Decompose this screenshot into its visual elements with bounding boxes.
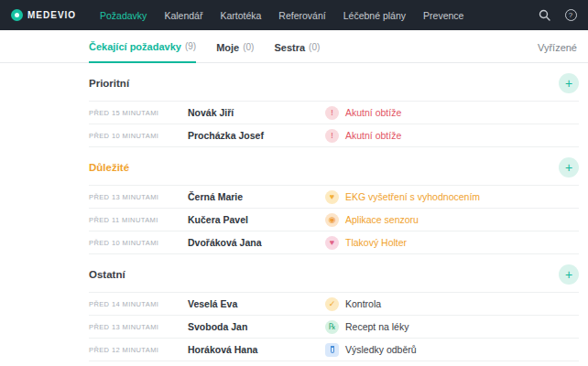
section-ostatni: Ostatní + PŘED 14 MINUTAMI Veselá Eva ✓ … xyxy=(89,254,579,366)
request-row[interactable]: PŘED 13 MINUTAMI Černá Marie ♥ EKG vyšet… xyxy=(89,185,579,208)
patient-name: Svoboda Jan xyxy=(188,321,325,332)
patient-name: Dvořáková Jana xyxy=(188,237,325,248)
tab-resolved[interactable]: Vyřízené xyxy=(538,42,577,62)
main-nav: PožadavkyKalendářKartotékaReferováníLéče… xyxy=(100,2,463,29)
request-type: ! Akutní obtíže xyxy=(325,106,579,120)
brand-name: MEDEVIO xyxy=(27,10,76,20)
nav-item-pozadavky[interactable]: Požadavky xyxy=(100,2,147,29)
holter-icon: ♥ xyxy=(325,236,339,250)
nav-item-kalendar[interactable]: Kalendář xyxy=(164,2,202,29)
nav-item-kartoteka[interactable]: Kartotéka xyxy=(220,2,261,29)
request-type: ✓ Kontrola xyxy=(325,297,579,311)
request-row[interactable]: PŘED 10 MINUTAMI Dvořáková Jana ♥ Tlakov… xyxy=(89,231,579,253)
rx-icon: ℞ xyxy=(325,320,339,334)
patient-name: Procházka Josef xyxy=(188,130,325,141)
section-header: Důležité + xyxy=(89,147,579,185)
help-icon[interactable]: ? xyxy=(564,9,577,22)
section-header: Ostatní + xyxy=(89,254,579,292)
request-type-label: Akutní obtíže xyxy=(345,130,401,141)
section-title: Prioritní xyxy=(89,78,129,89)
test-tube-shape xyxy=(331,346,334,353)
section-rows: PŘED 15 MINUTAMI Novák Jiří ! Akutní obt… xyxy=(89,101,579,146)
row-timestamp: PŘED 11 MINUTAMI xyxy=(89,216,188,224)
row-timestamp: PŘED 10 MINUTAMI xyxy=(89,239,188,247)
tab-sestra[interactable]: Sestra(0) xyxy=(274,42,320,62)
nav-item-referovani[interactable]: Referování xyxy=(278,2,325,29)
request-row[interactable]: PŘED 15 MINUTAMI Novák Jiří ! Akutní obt… xyxy=(89,101,579,124)
request-type-label: Recept na léky xyxy=(345,321,408,332)
row-timestamp: PŘED 13 MINUTAMI xyxy=(89,323,188,331)
request-type-label: Výsledky odběrů xyxy=(345,344,417,355)
request-row[interactable]: PŘED 10 MINUTAMI Procházka Josef ! Akutn… xyxy=(89,124,579,146)
heart-icon: ♥ xyxy=(325,190,339,204)
request-type-label: Kontrola xyxy=(345,298,381,309)
request-type-label: EKG vyšetření s vyhodnocením xyxy=(345,191,480,202)
add-request-button[interactable]: + xyxy=(559,73,579,93)
tabs-bar: Čekající požadavky(9)Moje(0)Sestra(0)Vyř… xyxy=(0,30,588,63)
tab-label: Sestra xyxy=(274,42,305,53)
request-sections: Prioritní + PŘED 15 MINUTAMI Novák Jiří … xyxy=(0,63,588,366)
patient-name: Černá Marie xyxy=(188,191,325,202)
section-rows: PŘED 14 MINUTAMI Veselá Eva ✓ Kontrola P… xyxy=(89,292,579,366)
request-type: Výsledky odběrů xyxy=(325,343,579,357)
row-timestamp: PŘED 12 MINUTAMI xyxy=(89,346,188,354)
row-timestamp: PŘED 15 MINUTAMI xyxy=(89,109,188,117)
tab-cekajici-pozadavky[interactable]: Čekající požadavky(9) xyxy=(89,41,196,63)
section-rows: PŘED 13 MINUTAMI Černá Marie ♥ EKG vyšet… xyxy=(89,185,579,253)
alert-icon: ! xyxy=(325,129,339,143)
sensor-icon: ◉ xyxy=(325,213,339,227)
plus-icon: + xyxy=(565,76,572,91)
request-type: ! Akutní obtíže xyxy=(325,129,579,143)
request-row[interactable]: PŘED 11 MINUTAMI Kučera Pavel ◉ Aplikace… xyxy=(89,208,579,231)
request-row[interactable]: PŘED 14 MINUTAMI Veselá Eva ✓ Kontrola xyxy=(89,292,579,315)
patient-name: Veselá Eva xyxy=(188,298,325,309)
request-type-label: Akutní obtíže xyxy=(345,107,401,118)
alert-icon: ! xyxy=(325,106,339,120)
request-type-label: Aplikace senzoru xyxy=(345,214,419,225)
patient-name: Horáková Hana xyxy=(188,344,325,355)
brand-logo: MEDEVIO xyxy=(11,9,89,21)
section-prioritni: Prioritní + PŘED 15 MINUTAMI Novák Jiří … xyxy=(89,63,579,147)
request-type: ◉ Aplikace senzoru xyxy=(325,213,579,227)
top-navbar: MEDEVIO PožadavkyKalendářKartotékaRefero… xyxy=(0,0,588,30)
request-row[interactable]: PŘED 9 MINUTAMI Novotný Petr Výsledky od… xyxy=(89,361,579,366)
medevio-logo-icon xyxy=(11,9,23,21)
request-row[interactable]: PŘED 12 MINUTAMI Horáková Hana Výsledky … xyxy=(89,338,579,361)
plus-icon: + xyxy=(565,267,572,282)
tab-count: (9) xyxy=(185,41,196,52)
tab-label: Čekající požadavky xyxy=(89,41,181,52)
patient-name: Novák Jiří xyxy=(188,107,325,118)
tab-count: (0) xyxy=(309,42,320,53)
tab-moje[interactable]: Moje(0) xyxy=(216,42,254,62)
nav-item-lecebne-plany[interactable]: Léčebné plány xyxy=(343,2,406,29)
section-dulezite: Důležité + PŘED 13 MINUTAMI Černá Marie … xyxy=(89,147,579,254)
plus-icon: + xyxy=(565,160,572,175)
nav-item-prevence[interactable]: Prevence xyxy=(423,2,463,29)
row-timestamp: PŘED 13 MINUTAMI xyxy=(89,193,188,201)
check-icon: ✓ xyxy=(325,297,339,311)
add-request-button[interactable]: + xyxy=(559,264,579,285)
tab-label: Moje xyxy=(216,42,239,53)
request-type: ♥ Tlakový Holter xyxy=(325,236,579,250)
search-icon[interactable] xyxy=(538,9,550,22)
request-type: ℞ Recept na léky xyxy=(325,320,579,334)
tube-icon xyxy=(325,343,339,357)
section-title: Důležité xyxy=(89,162,129,173)
nav-utilities: ? xyxy=(538,9,577,22)
row-timestamp: PŘED 10 MINUTAMI xyxy=(89,132,188,140)
request-type-label: Tlakový Holter xyxy=(345,237,407,248)
section-header: Prioritní + xyxy=(89,63,579,101)
question-mark-icon: ? xyxy=(565,9,577,21)
patient-name: Kučera Pavel xyxy=(188,214,325,225)
request-row[interactable]: PŘED 13 MINUTAMI Svoboda Jan ℞ Recept na… xyxy=(89,315,579,338)
section-title: Ostatní xyxy=(89,269,125,280)
tab-count: (0) xyxy=(243,42,254,53)
row-timestamp: PŘED 14 MINUTAMI xyxy=(89,300,188,308)
add-request-button[interactable]: + xyxy=(559,157,579,178)
request-type: ♥ EKG vyšetření s vyhodnocením xyxy=(325,190,579,204)
